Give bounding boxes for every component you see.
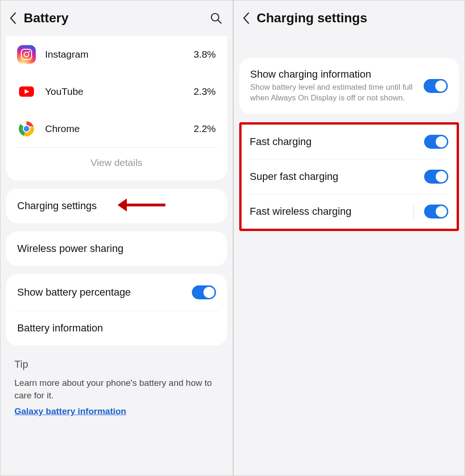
- app-row-instagram[interactable]: Instagram 3.8%: [6, 36, 227, 73]
- tip-section: Tip Learn more about your phone's batter…: [4, 354, 229, 416]
- header: Battery: [4, 0, 229, 36]
- youtube-icon: [17, 82, 36, 101]
- chrome-icon: [17, 119, 36, 138]
- charging-settings-card: Charging settings: [6, 189, 227, 223]
- fast-wireless-charging-row[interactable]: Fast wireless charging: [242, 194, 457, 229]
- show-charging-info-row[interactable]: Show charging information Show battery l…: [239, 58, 459, 114]
- app-pct: 2.2%: [194, 123, 216, 134]
- back-icon[interactable]: [242, 12, 250, 25]
- app-pct: 2.3%: [194, 86, 216, 97]
- show-battery-percentage-row[interactable]: Show battery percentage: [6, 274, 227, 311]
- charging-settings-screen: Charging settings Show charging informat…: [233, 0, 465, 476]
- setting-sub: Show battery level and estimated time un…: [250, 82, 417, 104]
- super-fast-charging-toggle[interactable]: [424, 170, 448, 184]
- wireless-power-sharing-card: Wireless power sharing: [6, 231, 227, 266]
- battery-screen: Battery Instagram 3.8% YouTube 2.3%: [0, 0, 233, 476]
- show-charging-info-toggle[interactable]: [424, 79, 448, 93]
- svg-rect-2: [21, 49, 32, 60]
- app-name: Instagram: [45, 49, 184, 60]
- charging-settings-row[interactable]: Charging settings: [6, 189, 227, 223]
- show-charging-info-card: Show charging information Show battery l…: [239, 58, 459, 114]
- fast-charging-toggle[interactable]: [424, 135, 448, 149]
- app-pct: 3.8%: [194, 49, 216, 60]
- divider: [413, 205, 414, 218]
- tip-title: Tip: [14, 358, 219, 370]
- instagram-icon: [17, 45, 36, 64]
- svg-point-3: [24, 52, 29, 57]
- battery-misc-card: Show battery percentage Battery informat…: [6, 274, 227, 345]
- setting-label: Super fast charging: [250, 171, 418, 183]
- app-row-chrome[interactable]: Chrome 2.2%: [6, 110, 227, 147]
- setting-label: Fast wireless charging: [250, 205, 407, 218]
- super-fast-charging-row[interactable]: Super fast charging: [242, 159, 457, 194]
- page-title: Charging settings: [257, 11, 455, 26]
- show-battery-percentage-toggle[interactable]: [192, 285, 216, 299]
- fast-wireless-charging-toggle[interactable]: [424, 205, 448, 218]
- back-icon[interactable]: [9, 12, 17, 25]
- tip-body: Learn more about your phone's battery an…: [14, 377, 219, 402]
- fast-charging-row[interactable]: Fast charging: [242, 125, 457, 159]
- app-name: Chrome: [45, 123, 184, 134]
- svg-line-1: [218, 20, 221, 23]
- app-name: YouTube: [45, 86, 184, 97]
- wireless-power-sharing-row[interactable]: Wireless power sharing: [6, 231, 227, 266]
- search-icon[interactable]: [210, 12, 223, 25]
- setting-label: Battery information: [17, 322, 216, 334]
- app-usage-card: Instagram 3.8% YouTube 2.3% Chrome: [6, 36, 227, 180]
- galaxy-battery-info-link[interactable]: Galaxy battery information: [14, 406, 126, 416]
- app-row-youtube[interactable]: YouTube 2.3%: [6, 73, 227, 110]
- setting-label: Fast charging: [250, 136, 418, 148]
- battery-information-row[interactable]: Battery information: [6, 311, 227, 345]
- setting-label: Show charging information: [250, 68, 417, 80]
- setting-label: Show battery percentage: [17, 286, 185, 298]
- svg-point-4: [28, 51, 30, 52]
- page-title: Battery: [24, 11, 203, 26]
- setting-label: Wireless power sharing: [17, 243, 216, 255]
- header: Charging settings: [237, 0, 461, 36]
- view-details-button[interactable]: View details: [6, 148, 227, 180]
- setting-label: Charging settings: [17, 200, 216, 212]
- fast-charging-group-highlight: Fast charging Super fast charging Fast w…: [239, 122, 459, 231]
